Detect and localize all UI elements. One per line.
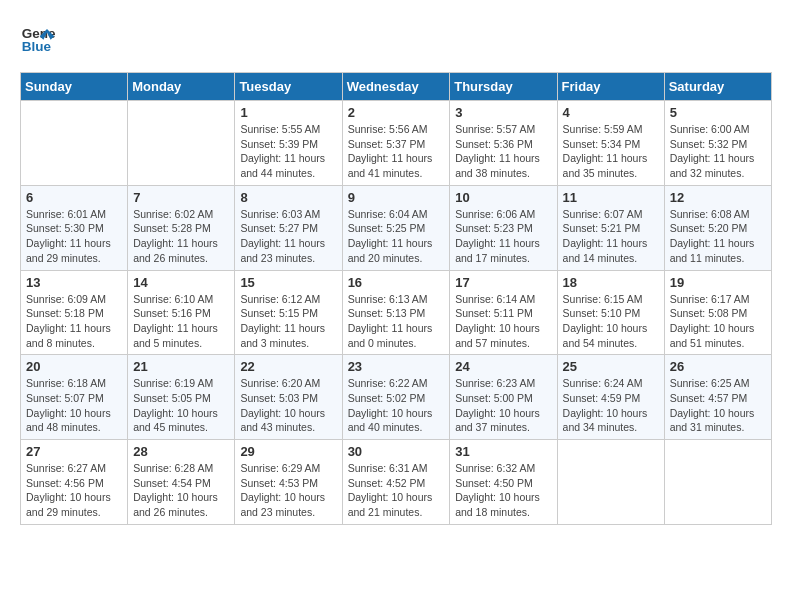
calendar-cell: 23Sunrise: 6:22 AM Sunset: 5:02 PM Dayli… — [342, 355, 450, 440]
calendar-cell: 9Sunrise: 6:04 AM Sunset: 5:25 PM Daylig… — [342, 185, 450, 270]
day-number: 19 — [670, 275, 766, 290]
day-number: 11 — [563, 190, 659, 205]
calendar-cell — [557, 440, 664, 525]
calendar-cell: 22Sunrise: 6:20 AM Sunset: 5:03 PM Dayli… — [235, 355, 342, 440]
day-info: Sunrise: 6:13 AM Sunset: 5:13 PM Dayligh… — [348, 292, 445, 351]
day-info: Sunrise: 6:27 AM Sunset: 4:56 PM Dayligh… — [26, 461, 122, 520]
calendar-cell: 10Sunrise: 6:06 AM Sunset: 5:23 PM Dayli… — [450, 185, 557, 270]
day-info: Sunrise: 6:29 AM Sunset: 4:53 PM Dayligh… — [240, 461, 336, 520]
calendar-cell: 21Sunrise: 6:19 AM Sunset: 5:05 PM Dayli… — [128, 355, 235, 440]
day-info: Sunrise: 6:03 AM Sunset: 5:27 PM Dayligh… — [240, 207, 336, 266]
day-info: Sunrise: 5:55 AM Sunset: 5:39 PM Dayligh… — [240, 122, 336, 181]
day-number: 28 — [133, 444, 229, 459]
calendar-cell: 20Sunrise: 6:18 AM Sunset: 5:07 PM Dayli… — [21, 355, 128, 440]
calendar-cell: 6Sunrise: 6:01 AM Sunset: 5:30 PM Daylig… — [21, 185, 128, 270]
day-number: 4 — [563, 105, 659, 120]
logo-icon: General Blue — [20, 20, 56, 56]
day-number: 5 — [670, 105, 766, 120]
day-number: 22 — [240, 359, 336, 374]
day-number: 8 — [240, 190, 336, 205]
day-number: 15 — [240, 275, 336, 290]
calendar-cell — [21, 101, 128, 186]
day-info: Sunrise: 6:24 AM Sunset: 4:59 PM Dayligh… — [563, 376, 659, 435]
calendar-table: SundayMondayTuesdayWednesdayThursdayFrid… — [20, 72, 772, 525]
day-number: 16 — [348, 275, 445, 290]
day-number: 27 — [26, 444, 122, 459]
day-number: 25 — [563, 359, 659, 374]
calendar-header-row: SundayMondayTuesdayWednesdayThursdayFrid… — [21, 73, 772, 101]
day-info: Sunrise: 5:56 AM Sunset: 5:37 PM Dayligh… — [348, 122, 445, 181]
day-info: Sunrise: 6:09 AM Sunset: 5:18 PM Dayligh… — [26, 292, 122, 351]
calendar-cell: 12Sunrise: 6:08 AM Sunset: 5:20 PM Dayli… — [664, 185, 771, 270]
calendar-cell: 15Sunrise: 6:12 AM Sunset: 5:15 PM Dayli… — [235, 270, 342, 355]
day-number: 3 — [455, 105, 551, 120]
day-number: 6 — [26, 190, 122, 205]
day-info: Sunrise: 6:18 AM Sunset: 5:07 PM Dayligh… — [26, 376, 122, 435]
calendar-cell: 27Sunrise: 6:27 AM Sunset: 4:56 PM Dayli… — [21, 440, 128, 525]
logo: General Blue — [20, 20, 56, 56]
calendar-cell: 29Sunrise: 6:29 AM Sunset: 4:53 PM Dayli… — [235, 440, 342, 525]
day-number: 10 — [455, 190, 551, 205]
calendar-cell: 4Sunrise: 5:59 AM Sunset: 5:34 PM Daylig… — [557, 101, 664, 186]
day-number: 26 — [670, 359, 766, 374]
day-number: 18 — [563, 275, 659, 290]
day-number: 24 — [455, 359, 551, 374]
day-number: 23 — [348, 359, 445, 374]
calendar-cell — [664, 440, 771, 525]
day-info: Sunrise: 6:00 AM Sunset: 5:32 PM Dayligh… — [670, 122, 766, 181]
day-number: 20 — [26, 359, 122, 374]
col-header-wednesday: Wednesday — [342, 73, 450, 101]
calendar-cell: 14Sunrise: 6:10 AM Sunset: 5:16 PM Dayli… — [128, 270, 235, 355]
calendar-cell: 30Sunrise: 6:31 AM Sunset: 4:52 PM Dayli… — [342, 440, 450, 525]
calendar-cell: 13Sunrise: 6:09 AM Sunset: 5:18 PM Dayli… — [21, 270, 128, 355]
calendar-cell: 18Sunrise: 6:15 AM Sunset: 5:10 PM Dayli… — [557, 270, 664, 355]
calendar-cell: 5Sunrise: 6:00 AM Sunset: 5:32 PM Daylig… — [664, 101, 771, 186]
calendar-cell: 28Sunrise: 6:28 AM Sunset: 4:54 PM Dayli… — [128, 440, 235, 525]
day-number: 9 — [348, 190, 445, 205]
day-info: Sunrise: 6:12 AM Sunset: 5:15 PM Dayligh… — [240, 292, 336, 351]
col-header-friday: Friday — [557, 73, 664, 101]
col-header-saturday: Saturday — [664, 73, 771, 101]
calendar-week-4: 20Sunrise: 6:18 AM Sunset: 5:07 PM Dayli… — [21, 355, 772, 440]
col-header-sunday: Sunday — [21, 73, 128, 101]
day-info: Sunrise: 5:59 AM Sunset: 5:34 PM Dayligh… — [563, 122, 659, 181]
calendar-cell: 11Sunrise: 6:07 AM Sunset: 5:21 PM Dayli… — [557, 185, 664, 270]
day-info: Sunrise: 6:06 AM Sunset: 5:23 PM Dayligh… — [455, 207, 551, 266]
col-header-monday: Monday — [128, 73, 235, 101]
day-number: 14 — [133, 275, 229, 290]
calendar-cell: 8Sunrise: 6:03 AM Sunset: 5:27 PM Daylig… — [235, 185, 342, 270]
calendar-week-3: 13Sunrise: 6:09 AM Sunset: 5:18 PM Dayli… — [21, 270, 772, 355]
day-info: Sunrise: 6:10 AM Sunset: 5:16 PM Dayligh… — [133, 292, 229, 351]
calendar-cell: 25Sunrise: 6:24 AM Sunset: 4:59 PM Dayli… — [557, 355, 664, 440]
calendar-week-2: 6Sunrise: 6:01 AM Sunset: 5:30 PM Daylig… — [21, 185, 772, 270]
day-info: Sunrise: 6:15 AM Sunset: 5:10 PM Dayligh… — [563, 292, 659, 351]
day-number: 17 — [455, 275, 551, 290]
day-info: Sunrise: 6:07 AM Sunset: 5:21 PM Dayligh… — [563, 207, 659, 266]
col-header-tuesday: Tuesday — [235, 73, 342, 101]
day-number: 30 — [348, 444, 445, 459]
day-number: 29 — [240, 444, 336, 459]
day-info: Sunrise: 6:08 AM Sunset: 5:20 PM Dayligh… — [670, 207, 766, 266]
calendar-cell: 19Sunrise: 6:17 AM Sunset: 5:08 PM Dayli… — [664, 270, 771, 355]
day-info: Sunrise: 6:25 AM Sunset: 4:57 PM Dayligh… — [670, 376, 766, 435]
calendar-cell: 1Sunrise: 5:55 AM Sunset: 5:39 PM Daylig… — [235, 101, 342, 186]
day-info: Sunrise: 6:19 AM Sunset: 5:05 PM Dayligh… — [133, 376, 229, 435]
svg-text:Blue: Blue — [22, 39, 52, 54]
calendar-cell: 2Sunrise: 5:56 AM Sunset: 5:37 PM Daylig… — [342, 101, 450, 186]
calendar-cell: 3Sunrise: 5:57 AM Sunset: 5:36 PM Daylig… — [450, 101, 557, 186]
day-number: 7 — [133, 190, 229, 205]
page-header: General Blue — [20, 20, 772, 56]
day-info: Sunrise: 6:31 AM Sunset: 4:52 PM Dayligh… — [348, 461, 445, 520]
day-number: 1 — [240, 105, 336, 120]
day-number: 13 — [26, 275, 122, 290]
calendar-cell: 7Sunrise: 6:02 AM Sunset: 5:28 PM Daylig… — [128, 185, 235, 270]
day-number: 21 — [133, 359, 229, 374]
day-info: Sunrise: 6:17 AM Sunset: 5:08 PM Dayligh… — [670, 292, 766, 351]
day-info: Sunrise: 6:23 AM Sunset: 5:00 PM Dayligh… — [455, 376, 551, 435]
day-info: Sunrise: 6:20 AM Sunset: 5:03 PM Dayligh… — [240, 376, 336, 435]
day-info: Sunrise: 6:22 AM Sunset: 5:02 PM Dayligh… — [348, 376, 445, 435]
calendar-cell: 31Sunrise: 6:32 AM Sunset: 4:50 PM Dayli… — [450, 440, 557, 525]
day-number: 31 — [455, 444, 551, 459]
col-header-thursday: Thursday — [450, 73, 557, 101]
day-info: Sunrise: 6:04 AM Sunset: 5:25 PM Dayligh… — [348, 207, 445, 266]
